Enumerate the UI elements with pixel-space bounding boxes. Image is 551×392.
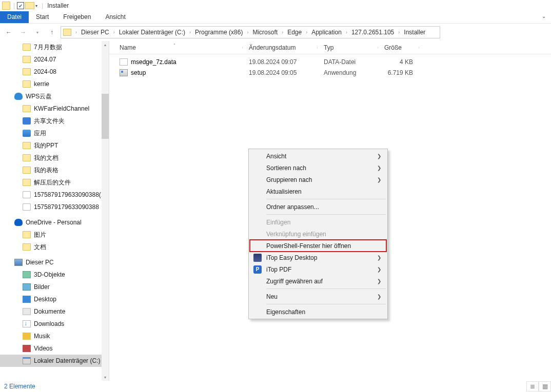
tree-item-label: 文档: [34, 243, 46, 252]
col-name[interactable]: Name˄: [109, 44, 243, 51]
img-icon: [23, 283, 31, 291]
tree-item-label: 我的PPT: [34, 141, 58, 150]
breadcrumb-item[interactable]: Lokaler Datenträger (C:): [117, 29, 187, 36]
breadcrumb-item[interactable]: Programme (x86): [193, 29, 245, 36]
tree-item[interactable]: Musik: [0, 330, 109, 342]
file-icon: [23, 203, 31, 211]
tree-item[interactable]: OneDrive - Personal: [0, 216, 109, 229]
tree-item-label: 我的表格: [34, 166, 58, 175]
file-rows[interactable]: msedge_7z.data19.08.2024 09:07DATA-Datei…: [109, 54, 551, 78]
tree-item[interactable]: 共享文件夹: [0, 115, 109, 127]
chevron-right-icon[interactable]: ›: [280, 30, 285, 35]
menu-item[interactable]: Zugriff gewähren auf❯: [250, 275, 386, 287]
tree-item-label: 2024-08: [34, 68, 56, 75]
tree-item[interactable]: kerrie: [0, 78, 109, 90]
breadcrumb-item[interactable]: Dieser PC: [79, 29, 111, 36]
chevron-right-icon[interactable]: ›: [73, 30, 79, 35]
scrollbar-thumb[interactable]: [102, 94, 109, 139]
chevron-right-icon[interactable]: ›: [245, 30, 250, 35]
tree-item[interactable]: Videos: [0, 342, 109, 355]
col-type[interactable]: Typ: [318, 44, 378, 51]
menu-item[interactable]: Ordner anpassen...: [250, 201, 386, 213]
tree-item[interactable]: 2024.07: [0, 53, 109, 66]
nav-up-button[interactable]: ↑: [46, 27, 57, 38]
tree-item[interactable]: 2024-08: [0, 66, 109, 78]
menu-item[interactable]: Eigenschaften: [250, 306, 386, 318]
qat-newfolder-icon[interactable]: [25, 2, 34, 9]
nav-back-button[interactable]: ←: [3, 27, 14, 38]
tree-item[interactable]: Dieser PC: [0, 256, 109, 269]
tab-share[interactable]: Freigeben: [56, 11, 98, 23]
breadcrumb-item[interactable]: Installer: [402, 29, 427, 36]
cloud-icon: [14, 93, 23, 100]
menu-item[interactable]: PiTop PDF❯: [250, 263, 386, 275]
tree-item[interactable]: Lokaler Datenträger (C:): [0, 355, 109, 367]
chevron-right-icon[interactable]: ›: [344, 30, 349, 35]
file-row[interactable]: setup19.08.2024 09:05Anwendung6.719 KB: [109, 67, 551, 78]
tree-item[interactable]: WPS云盘: [0, 90, 109, 102]
chevron-right-icon[interactable]: ›: [111, 30, 117, 35]
file-size: 4 KB: [378, 58, 419, 66]
chevron-right-icon: ❯: [377, 266, 381, 272]
breadcrumb-item[interactable]: 127.0.2651.105: [349, 29, 396, 36]
tree-item[interactable]: 3D-Objekte: [0, 269, 109, 281]
qat-properties-icon[interactable]: ✔: [17, 2, 24, 9]
tree-item[interactable]: 我的PPT: [0, 139, 109, 152]
tree-item[interactable]: 我的文档: [0, 152, 109, 164]
tab-view[interactable]: Ansicht: [98, 11, 132, 23]
chevron-right-icon[interactable]: ›: [304, 30, 309, 35]
address-bar[interactable]: › Dieser PC › Lokaler Datenträger (C:) ›…: [61, 26, 440, 38]
menu-item[interactable]: PowerShell-Fenster hier öffnen: [250, 240, 386, 252]
tree-item-label: Bilder: [34, 283, 50, 291]
tree-item-label: WPS云盘: [26, 92, 52, 101]
tree-item[interactable]: 应用: [0, 127, 109, 139]
breadcrumb-item[interactable]: Application: [309, 29, 344, 36]
col-size[interactable]: Größe: [378, 44, 419, 51]
col-modified[interactable]: Änderungsdatum: [243, 44, 318, 51]
itop1-icon: [253, 254, 262, 262]
tree-item-label: 应用: [34, 129, 46, 138]
qat-dropdown-icon[interactable]: ▾: [35, 4, 37, 8]
tree-item[interactable]: 1575879179633090388: [0, 201, 109, 213]
tree-item[interactable]: Desktop: [0, 293, 109, 305]
menu-separator: [266, 288, 386, 289]
tree-item[interactable]: Bilder: [0, 281, 109, 293]
tree-item[interactable]: Dokumente: [0, 305, 109, 318]
folder-icon: [23, 142, 31, 149]
menu-item[interactable]: Gruppieren nach❯: [250, 174, 386, 185]
tree-item[interactable]: 解压后的文件: [0, 176, 109, 189]
menu-item[interactable]: Neu❯: [250, 291, 386, 302]
chevron-right-icon: ❯: [377, 255, 381, 260]
tree-item[interactable]: 文档: [0, 241, 109, 253]
tab-file[interactable]: Datei: [0, 11, 29, 23]
breadcrumb-item[interactable]: Edge: [285, 29, 304, 36]
folder-icon: [23, 105, 31, 112]
tree-item[interactable]: 我的表格: [0, 164, 109, 176]
breadcrumb-item[interactable]: Microsoft: [250, 29, 280, 36]
nav-tree[interactable]: ▴ ▾ 7月月数据2024.072024-08kerrieWPS云盘KWFarF…: [0, 41, 109, 381]
nav-recent-dropdown[interactable]: ▾: [32, 27, 43, 38]
menu-item[interactable]: Sortieren nach❯: [250, 162, 386, 174]
chevron-right-icon[interactable]: ›: [187, 30, 193, 35]
chevron-right-icon: ❯: [377, 294, 381, 299]
ribbon-expand-icon[interactable]: ⌄: [537, 11, 551, 23]
view-details-button[interactable]: ≣: [526, 381, 539, 391]
menu-item[interactable]: iTop Easy Desktop❯: [250, 252, 386, 263]
tree-item[interactable]: 1575879179633090388(1): [0, 189, 109, 201]
chevron-right-icon[interactable]: ›: [396, 30, 402, 35]
nav-forward-button[interactable]: →: [17, 27, 29, 38]
tab-start[interactable]: Start: [29, 11, 56, 23]
tree-item[interactable]: Downloads: [0, 318, 109, 330]
menu-item[interactable]: Aktualisieren: [250, 185, 386, 197]
tree-item[interactable]: 图片: [0, 229, 109, 241]
view-icons-button[interactable]: ▦: [539, 381, 551, 391]
menu-separator: [266, 214, 386, 215]
menu-item[interactable]: Ansicht❯: [250, 150, 386, 162]
scrollbar-track[interactable]: [102, 41, 109, 381]
file-icon: [23, 191, 31, 198]
scroll-up-icon[interactable]: ▴: [102, 41, 109, 48]
scroll-down-icon[interactable]: ▾: [102, 374, 109, 381]
tree-item[interactable]: KWFarFieldChannel: [0, 102, 109, 115]
tree-item[interactable]: 7月月数据: [0, 41, 109, 53]
file-row[interactable]: msedge_7z.data19.08.2024 09:07DATA-Datei…: [109, 56, 551, 67]
